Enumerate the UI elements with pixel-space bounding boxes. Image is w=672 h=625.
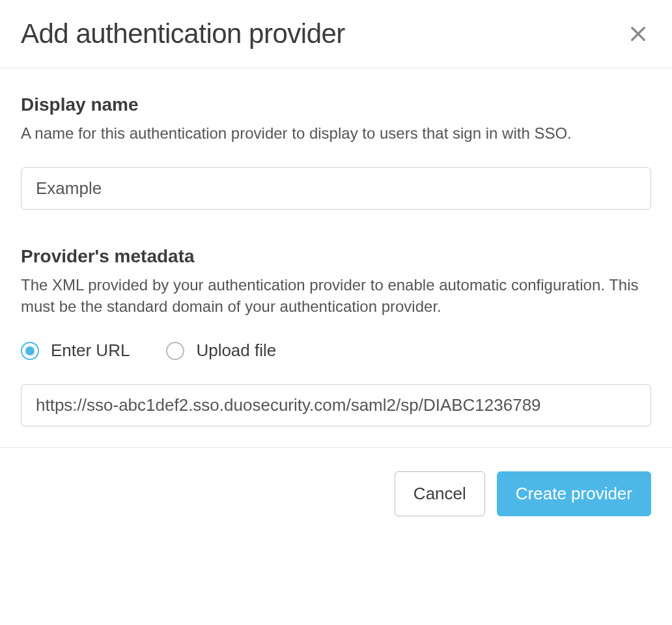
close-button[interactable] (625, 21, 651, 47)
radio-icon-unselected (166, 342, 184, 360)
metadata-desc: The XML provided by your authentication … (21, 275, 651, 317)
display-name-section: Display name A name for this authenticat… (21, 94, 651, 210)
modal-title: Add authentication provider (21, 18, 345, 49)
modal-footer: Cancel Create provider (0, 447, 672, 540)
radio-dot-icon (25, 346, 35, 355)
radio-icon-selected (21, 342, 39, 360)
radio-upload-file-label: Upload file (196, 340, 276, 361)
display-name-desc: A name for this authentication provider … (21, 123, 651, 144)
metadata-url-input[interactable] (21, 384, 651, 426)
create-provider-button[interactable]: Create provider (497, 471, 651, 516)
metadata-section: Provider's metadata The XML provided by … (21, 246, 651, 426)
metadata-title: Provider's metadata (21, 246, 651, 267)
radio-upload-file[interactable]: Upload file (166, 340, 276, 361)
modal-body: Display name A name for this authenticat… (0, 68, 672, 447)
display-name-title: Display name (21, 94, 651, 115)
metadata-radio-group: Enter URL Upload file (21, 340, 651, 361)
cancel-button[interactable]: Cancel (395, 471, 485, 516)
modal-header: Add authentication provider (0, 0, 672, 68)
close-icon (628, 23, 649, 44)
radio-enter-url[interactable]: Enter URL (21, 340, 130, 361)
radio-enter-url-label: Enter URL (51, 340, 130, 361)
display-name-input[interactable] (21, 167, 651, 210)
